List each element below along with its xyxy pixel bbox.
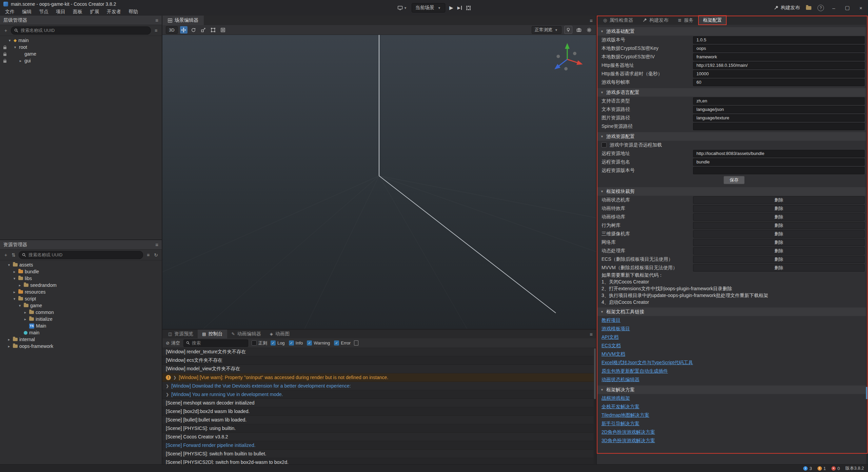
expand-caret-icon[interactable]: ❯ — [166, 384, 169, 388]
chevron-down-icon[interactable]: ▾ — [18, 303, 22, 308]
menu-扩展[interactable]: 扩展 — [86, 9, 103, 15]
log-row[interactable]: [Window] render_texture文件夹不存在 — [162, 348, 596, 356]
external-link[interactable]: 2D角色扮演游戏解决方案 — [601, 429, 655, 435]
refresh-assets-icon[interactable]: ↻ — [153, 252, 159, 258]
rotate-tool-button[interactable] — [190, 26, 197, 34]
external-link[interactable]: 游戏模板项目 — [601, 326, 630, 332]
hierarchy-filter-icon[interactable]: ≡ — [153, 28, 159, 33]
gizmo-space-button[interactable] — [219, 26, 227, 34]
preview-target-button[interactable]: ▾ — [397, 5, 408, 11]
log-row[interactable]: ❯[Window] You are running Vue in develop… — [162, 390, 596, 399]
scale-tool-button[interactable] — [200, 26, 207, 34]
help-icon[interactable]: ? — [817, 5, 824, 11]
tab-资源预览[interactable]: ◫资源预览 — [164, 330, 198, 338]
log-row[interactable]: !❯[Window] [Vue warn]: Property "onInput… — [162, 373, 596, 382]
external-link[interactable]: Excel格式转Json文件与TypeScript代码工具 — [601, 360, 693, 366]
lighting-toggle-button[interactable] — [564, 26, 572, 34]
log-row[interactable]: [Scene] [bullet]:bullet wasm lib loaded. — [162, 416, 596, 424]
tab-动画图[interactable]: ◈动画图 — [265, 330, 294, 338]
tree-node-initialize[interactable]: ▸initialize — [0, 316, 162, 322]
tab-scene-editor[interactable]: 场景编辑器 — [162, 16, 204, 25]
inspector-scrollbar[interactable] — [866, 25, 868, 465]
assets-search-input[interactable]: 搜索名称或 UUID — [19, 251, 143, 259]
section-resource-config[interactable]: ▾ 游戏资源配置 — [597, 132, 868, 141]
delete-module-button[interactable]: 删除 — [693, 264, 865, 272]
property-input[interactable] — [693, 123, 865, 130]
chevron-right-icon[interactable]: ▸ — [7, 337, 11, 342]
open-project-folder-icon[interactable] — [806, 6, 811, 10]
delete-module-button[interactable]: 删除 — [693, 196, 865, 204]
property-input[interactable] — [693, 167, 865, 174]
section-basic-config[interactable]: ▾ 游戏基础配置 — [597, 27, 868, 36]
chevron-right-icon[interactable]: ▸ — [18, 283, 22, 288]
maximize-button[interactable]: ▢ — [844, 5, 851, 11]
menu-面板[interactable]: 面板 — [69, 9, 86, 15]
assets-filter-icon[interactable]: ≡ — [145, 252, 151, 258]
move-tool-button[interactable] — [180, 26, 188, 34]
tree-node-internal[interactable]: ▸internal — [0, 336, 162, 343]
filter-warning[interactable]: ✓Warning — [307, 340, 330, 346]
lock-icon[interactable] — [3, 47, 6, 49]
log-row[interactable]: [Window] ecs文件夹不存在 — [162, 356, 596, 365]
external-link[interactable]: 新手引导解决方案 — [601, 421, 639, 427]
chevron-right-icon[interactable]: ▸ — [23, 310, 27, 315]
section-language-config[interactable]: ▾ 游戏多语言配置 — [597, 88, 868, 97]
close-button[interactable]: × — [857, 5, 865, 11]
property-input[interactable]: 10000 — [693, 70, 865, 78]
console-search-input[interactable]: 搜索 — [183, 339, 248, 347]
tree-node-seedrandom[interactable]: ▸seedrandom — [0, 282, 162, 289]
hierarchy-search-input[interactable]: 搜索名称或 UUID — [11, 26, 151, 35]
log-row[interactable]: [Scene] Forward render pipeline initiali… — [162, 441, 596, 450]
chevron-down-icon[interactable]: ▾ — [7, 263, 11, 267]
panel-menu-icon[interactable]: ≡ — [155, 242, 158, 248]
lock-icon[interactable] — [3, 54, 6, 56]
tree-node-assets[interactable]: ▾assets — [0, 261, 162, 268]
tree-node-script[interactable]: ▾script — [0, 295, 162, 302]
rect-tool-button[interactable] — [210, 26, 217, 34]
log-row[interactable]: [Window] model_view文件夹不存在 — [162, 365, 596, 373]
log-row[interactable]: [Scene] meshopt wasm decoder initialized — [162, 399, 596, 407]
dimension-toggle[interactable]: 3D — [166, 26, 178, 34]
scrollbar-thumb[interactable] — [866, 387, 868, 399]
delete-module-button[interactable]: 删除 — [693, 256, 865, 263]
delete-module-button[interactable]: 删除 — [693, 230, 865, 238]
external-link[interactable]: 战棋游戏框架 — [601, 395, 630, 401]
devtools-grid-button[interactable] — [466, 5, 471, 11]
external-link[interactable]: ECS文档 — [601, 343, 621, 349]
external-link[interactable]: MVVM文档 — [601, 351, 625, 357]
tab-动画编辑器[interactable]: ✎动画编辑器 — [227, 330, 265, 338]
tab-框架配置[interactable]: 框架配置 — [698, 16, 726, 25]
chevron-right-icon[interactable]: ▸ — [7, 344, 11, 349]
external-link[interactable]: API文档 — [601, 334, 619, 340]
delete-module-button[interactable]: 删除 — [693, 222, 865, 229]
log-row[interactable]: [Scene] [box2d]:box2d wasm lib loaded. — [162, 407, 596, 416]
chevron-right-icon[interactable]: ▸ — [12, 290, 17, 294]
chevron-down-icon[interactable]: ▾ — [13, 45, 17, 50]
play-button[interactable]: ▶ — [449, 5, 453, 11]
property-input[interactable]: zh,en — [693, 97, 865, 105]
camera-settings-button[interactable] — [575, 26, 583, 34]
build-publish-button[interactable]: 构建发布 — [774, 5, 800, 11]
tree-node-game[interactable]: ▸game — [0, 51, 162, 57]
log-row[interactable]: [Scene] [PHYSICS]: switch from builtin t… — [162, 450, 596, 458]
external-link[interactable]: 全栈开发解决方案 — [601, 404, 639, 410]
tab-服务[interactable]: ≣服务 — [673, 16, 698, 25]
regex-checkbox[interactable]: 正则 — [252, 340, 267, 346]
chevron-down-icon[interactable]: ▾ — [12, 297, 17, 301]
tree-node-bundle[interactable]: ▸bundle — [0, 268, 162, 275]
property-input[interactable]: bundle — [693, 158, 865, 166]
expand-caret-icon[interactable]: ❯ — [173, 375, 176, 380]
tree-node-main[interactable]: ▸main — [0, 329, 162, 336]
sort-assets-icon[interactable]: ⇅ — [11, 252, 16, 258]
scene-gear-button[interactable] — [585, 26, 593, 34]
tab-控制台[interactable]: ▤控制台 — [198, 330, 227, 338]
tree-node-gui[interactable]: ▸gui — [0, 57, 162, 64]
tree-node-game[interactable]: ▾game — [0, 302, 162, 309]
scrollbar-thumb[interactable] — [594, 348, 596, 399]
delete-module-button[interactable]: 删除 — [693, 247, 865, 255]
minimize-button[interactable]: – — [830, 5, 837, 11]
remote-load-checkbox[interactable]: 游戏中资源是否远程加载 — [597, 141, 868, 149]
chevron-right-icon[interactable]: ▸ — [23, 317, 27, 321]
filter-error[interactable]: ✓Error — [334, 340, 351, 346]
chevron-down-icon[interactable]: ▾ — [7, 38, 12, 43]
